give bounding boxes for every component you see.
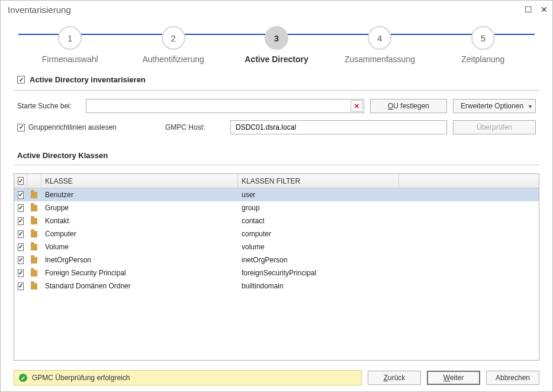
row-checkbox[interactable]	[18, 269, 24, 277]
gp-checkbox-wrap: Gruppenrichtlinien auslesen	[17, 123, 159, 131]
wizard-step[interactable]: 3Active Directory	[225, 26, 328, 64]
header-icon-col	[27, 174, 41, 188]
gmpc-host-input[interactable]	[230, 120, 447, 134]
next-button[interactable]: Weiter	[427, 371, 480, 385]
advanced-options-button[interactable]: Erweiterte Optionen ▾	[453, 99, 536, 113]
step-label: Zeitplanung	[461, 54, 504, 64]
folder-icon	[31, 244, 37, 250]
table-header: KLASSE KLASSEN FILTER	[14, 174, 539, 188]
cell-empty	[399, 253, 539, 266]
cell-klasse: Benutzer	[41, 188, 238, 201]
search-field-wrap: ✕	[86, 99, 364, 113]
wizard-window: Inventarisierung ☐ ✕ 1Firmenauswahl2Auth…	[0, 0, 553, 392]
read-gp-checkbox[interactable]	[17, 124, 25, 131]
row-checkbox[interactable]	[18, 191, 24, 199]
select-all-checkbox[interactable]	[18, 177, 24, 185]
header-klasse[interactable]: KLASSE	[41, 174, 238, 188]
step-label: Firmenauswahl	[42, 54, 98, 64]
folder-icon	[31, 192, 37, 198]
folder-icon	[31, 283, 37, 290]
folder-icon	[31, 218, 37, 224]
cell-empty	[399, 240, 539, 253]
step-number-circle: 5	[471, 26, 495, 50]
header-filter[interactable]: KLASSEN FILTER	[238, 174, 399, 188]
cell-empty	[399, 214, 539, 227]
close-icon[interactable]: ✕	[541, 5, 548, 14]
cell-empty	[399, 266, 539, 279]
folder-icon	[31, 231, 37, 237]
table-row[interactable]: Foreign Security PrincipalforeignSecurit…	[14, 266, 539, 279]
window-controls: ☐ ✕	[525, 5, 548, 14]
table-row[interactable]: Computercomputer	[14, 227, 539, 240]
cell-klasse: InetOrgPerson	[41, 253, 238, 266]
cell-empty	[399, 227, 539, 240]
table-row[interactable]: Volumevolume	[14, 240, 539, 253]
cell-filter: builtindomain	[238, 279, 399, 293]
table-row[interactable]: Benutzeruser	[14, 188, 539, 201]
window-title: Inventarisierung	[5, 5, 71, 15]
step-label: Authentifizierung	[142, 54, 204, 64]
search-input[interactable]	[86, 102, 351, 110]
classes-title: Active Directory Klassen	[14, 142, 539, 163]
row-checkbox[interactable]	[18, 243, 24, 251]
cell-klasse: Computer	[41, 227, 238, 240]
header-blank	[399, 174, 539, 188]
cell-klasse: Foreign Security Principal	[41, 266, 238, 279]
cancel-button[interactable]: Abbrechen	[486, 371, 539, 385]
row-checkbox[interactable]	[18, 230, 24, 238]
verify-button[interactable]: Überprüfen	[453, 120, 536, 134]
table-row[interactable]: Gruppegroup	[14, 201, 539, 214]
search-label: Starte Suche bei:	[17, 102, 80, 110]
cell-filter: contact	[238, 214, 399, 227]
row-checkbox[interactable]	[18, 217, 24, 225]
folder-icon	[31, 257, 37, 264]
divider	[14, 165, 539, 165]
table-body: BenutzeruserGruppegroupKontaktcontactCom…	[14, 188, 539, 293]
cell-empty	[399, 188, 539, 201]
search-row: Starte Suche bei: ✕ OU festlegen Erweite…	[17, 99, 536, 113]
wizard-step[interactable]: 2Authentifizierung	[121, 26, 224, 64]
folder-icon	[31, 205, 37, 211]
footer: ✓ GPMC Überprüfung erfolgreich Zurück We…	[1, 365, 552, 391]
row-checkbox[interactable]	[18, 204, 24, 212]
cell-klasse: Volume	[41, 240, 238, 253]
cell-filter: volume	[238, 240, 399, 253]
gmpc-host-label: GMPC Host:	[165, 123, 224, 131]
row-checkbox[interactable]	[18, 256, 24, 264]
titlebar: Inventarisierung ☐ ✕	[1, 1, 552, 18]
cell-empty	[399, 201, 539, 214]
status-bar: ✓ GPMC Überprüfung erfolgreich	[14, 370, 362, 385]
wizard-step[interactable]: 5Zeitplanung	[432, 26, 535, 64]
chevron-down-icon: ▾	[529, 103, 532, 110]
wizard-step[interactable]: 1Firmenauswahl	[18, 26, 121, 64]
content-area: Active Directory inventarisieren Starte …	[1, 72, 552, 365]
cell-filter: inetOrgPerson	[238, 253, 399, 266]
step-label: Active Directory	[245, 54, 308, 64]
read-gp-label: Gruppenrichtlinien auslesen	[28, 123, 117, 131]
classes-table: KLASSE KLASSEN FILTER BenutzeruserGruppe…	[14, 173, 539, 361]
back-button[interactable]: Zurück	[368, 371, 421, 385]
table-row[interactable]: Standard Domänen Ordnerbuiltindomain	[14, 279, 539, 293]
table-row[interactable]: InetOrgPersoninetOrgPerson	[14, 253, 539, 266]
cell-filter: foreignSecurityPrincipal	[238, 266, 399, 279]
clear-search-icon[interactable]: ✕	[351, 100, 362, 112]
maximize-icon[interactable]: ☐	[525, 5, 532, 14]
step-number-circle: 1	[58, 26, 82, 50]
cell-filter: computer	[238, 227, 399, 240]
cell-empty	[399, 279, 539, 293]
search-form: Starte Suche bei: ✕ OU festlegen Erweite…	[14, 99, 539, 142]
cell-klasse: Standard Domänen Ordner	[41, 279, 238, 293]
table-row[interactable]: Kontaktcontact	[14, 214, 539, 227]
header-checkbox-col	[14, 174, 27, 188]
step-number-circle: 4	[368, 26, 391, 50]
cell-klasse: Gruppe	[41, 201, 238, 214]
row-checkbox[interactable]	[18, 282, 24, 290]
wizard-step[interactable]: 4Zusammenfassung	[328, 26, 431, 64]
inventory-checkbox[interactable]	[17, 76, 25, 83]
cell-filter: user	[238, 188, 399, 201]
set-ou-button[interactable]: OU festlegen	[370, 99, 447, 113]
folder-icon	[31, 270, 37, 277]
status-text: GPMC Überprüfung erfolgreich	[32, 374, 130, 382]
step-number-circle: 2	[162, 26, 185, 50]
cell-klasse: Kontakt	[41, 214, 238, 227]
